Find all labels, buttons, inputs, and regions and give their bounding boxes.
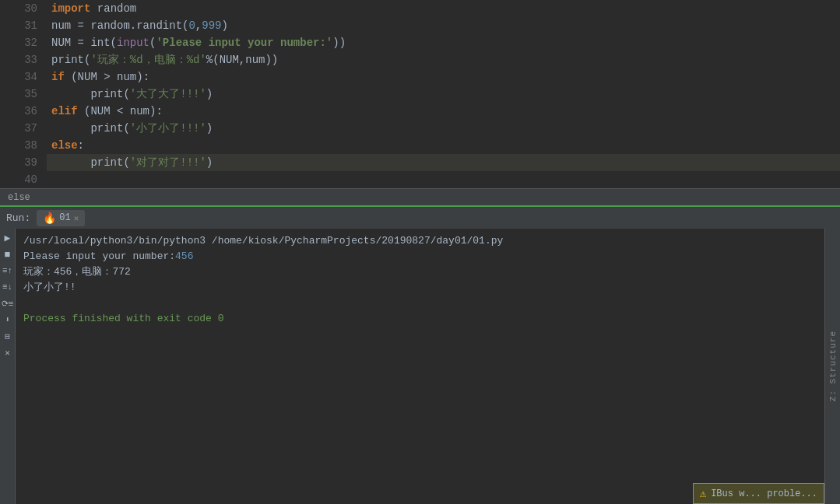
console-output-line-2: 小了小了!!: [23, 280, 817, 296]
line-content-31: num = random.randint(0,999): [47, 17, 840, 34]
code-lines: 30 import random 31 num = random.randint…: [0, 0, 840, 188]
code-text: )): [332, 37, 346, 49]
print-button[interactable]: ⊟: [2, 330, 14, 342]
code-line-32: 32 NUM = int(input('Please input your nu…: [0, 34, 840, 51]
string-literal: '小了小了!!!': [130, 122, 206, 135]
number-literal: 999: [202, 19, 221, 32]
line-number-31: 31: [0, 17, 47, 34]
run-toolbar: Run: 🔥 01 ✕: [0, 205, 840, 229]
code-line-36: 36 elif (NUM < num):: [0, 103, 840, 120]
code-text: ,: [195, 19, 202, 32]
code-text: (NUM < num):: [78, 105, 163, 117]
status-bar: ⚠ IBus w... proble...: [693, 483, 824, 504]
line-number-30: 30: [0, 0, 47, 17]
console-empty-line: [23, 296, 817, 311]
console-output-line-1: 玩家：456，电脑：772: [23, 264, 817, 280]
code-text: ): [206, 122, 213, 135]
code-text: (NUM > num):: [65, 71, 149, 83]
line-content-33: print('玩家：%d，电脑：%d'%(NUM,num)): [47, 51, 840, 68]
fire-icon: 🔥: [43, 212, 56, 225]
breadcrumb-bar: else: [0, 188, 840, 205]
left-side-panel: ▶ ■ ≡↑ ≡↓ ⟳≡ ⬇ ⊟ ✕: [0, 229, 16, 504]
line-number-38: 38: [0, 137, 47, 154]
code-text: print(: [51, 54, 90, 66]
warning-icon: ⚠: [700, 487, 706, 500]
line-content-34: if (NUM > num):: [47, 68, 840, 86]
console-process-line: Process finished with exit code 0: [23, 311, 817, 327]
console-command-line: /usr/local/python3/bin/python3 /home/kio…: [23, 233, 817, 249]
run-tab[interactable]: 🔥 01 ✕: [37, 210, 85, 226]
scroll-down-button[interactable]: ≡↓: [2, 281, 14, 293]
code-text: print(: [51, 156, 130, 169]
string-literal: '大了大了!!!': [130, 88, 206, 100]
string-literal: '玩家：%d，电脑：%d': [90, 54, 206, 66]
code-text: %(NUM,num)): [206, 54, 278, 66]
code-text: num = random.randint(: [51, 19, 188, 32]
code-text: NUM = int(: [51, 37, 117, 49]
line-content-40: [47, 171, 840, 188]
code-line-35: 35 print('大了大了!!!'): [0, 86, 840, 103]
rerun-button[interactable]: ⟳≡: [2, 297, 14, 310]
input-keyword: input: [117, 37, 149, 49]
delete-button[interactable]: ✕: [2, 346, 14, 359]
code-text: ): [221, 19, 227, 32]
code-line-40: 40: [0, 171, 840, 188]
code-text: :: [78, 139, 84, 152]
console-prompt-line: Please input your number:456: [23, 249, 817, 264]
line-number-37: 37: [0, 120, 47, 137]
line-number-32: 32: [0, 34, 47, 51]
play-button[interactable]: ▶: [2, 232, 14, 244]
code-line-31: 31 num = random.randint(0,999): [0, 17, 840, 34]
console-input-value: 456: [175, 250, 193, 262]
code-line-38: 38 else:: [0, 137, 840, 154]
stop-button[interactable]: ■: [2, 248, 14, 261]
line-number-40: 40: [0, 171, 47, 188]
number-literal: 0: [188, 19, 195, 32]
keyword: else: [51, 139, 78, 152]
code-line-30: 30 import random: [0, 0, 840, 17]
console-main: /usr/local/python3/bin/python3 /home/kio…: [16, 229, 824, 504]
run-label: Run:: [6, 212, 30, 224]
string-literal: '对了对了!!!': [130, 156, 206, 169]
code-line-33: 33 print('玩家：%d，电脑：%d'%(NUM,num)): [0, 51, 840, 68]
line-content-30: import random: [47, 0, 840, 17]
line-content-39: print('对了对了!!!'): [47, 154, 840, 171]
code-text: ): [206, 88, 213, 100]
structure-label: Z: Structure: [828, 331, 838, 401]
console-area: ▶ ■ ≡↑ ≡↓ ⟳≡ ⬇ ⊟ ✕ /usr/local/python3/bi…: [0, 229, 840, 504]
run-tab-name: 01: [59, 212, 70, 223]
code-text: print(: [51, 122, 130, 135]
line-content-32: NUM = int(input('Please input your numbe…: [47, 34, 840, 51]
line-number-36: 36: [0, 103, 47, 120]
code-line-34: 34 if (NUM > num):: [0, 68, 840, 86]
line-content-35: print('大了大了!!!'): [47, 86, 840, 103]
code-line-39: 39 print('对了对了!!!'): [0, 154, 840, 171]
line-number-35: 35: [0, 86, 47, 103]
keyword: elif: [51, 105, 78, 117]
breadcrumb: else: [8, 192, 30, 203]
string-literal: 'Please input your number:': [156, 37, 332, 49]
keyword: if: [51, 71, 65, 83]
code-editor: 30 import random 31 num = random.randint…: [0, 0, 840, 188]
line-number-39: 39: [0, 154, 47, 171]
prompt-text: Please input your number:: [23, 250, 175, 262]
code-text: print(: [51, 88, 130, 100]
line-content-37: print('小了小了!!!'): [47, 120, 840, 137]
status-text: IBus w... proble...: [711, 488, 817, 499]
line-content-36: elif (NUM < num):: [47, 103, 840, 120]
keyword: import: [51, 2, 90, 15]
close-tab-button[interactable]: ✕: [74, 213, 79, 223]
code-line-37: 37 print('小了小了!!!'): [0, 120, 840, 137]
line-number-33: 33: [0, 51, 47, 68]
structure-panel: Z: Structure: [824, 229, 840, 504]
line-content-38: else:: [47, 137, 840, 154]
line-number-34: 34: [0, 68, 47, 86]
scroll-end-button[interactable]: ⬇: [2, 313, 14, 326]
code-text: ): [206, 156, 213, 169]
console-output: /usr/local/python3/bin/python3 /home/kio…: [16, 229, 824, 504]
code-text: random: [97, 2, 136, 15]
scroll-up-button[interactable]: ≡↑: [2, 264, 14, 277]
